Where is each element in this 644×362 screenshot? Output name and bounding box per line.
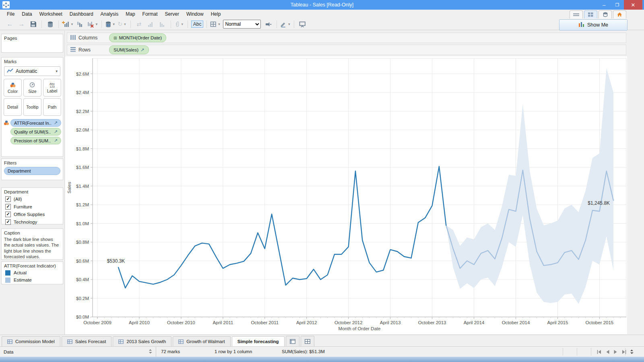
next-page-button[interactable] xyxy=(614,350,617,354)
filter-pill-department[interactable]: Department xyxy=(4,167,60,175)
tooltip-button[interactable]: Tooltip xyxy=(23,98,41,116)
menu-map[interactable]: Map xyxy=(122,10,138,19)
path-button[interactable]: Path xyxy=(43,98,61,116)
tab-simple-forecasting[interactable]: Simple forecasting xyxy=(232,336,285,346)
fit-selector[interactable]: Normal xyxy=(223,20,261,29)
size-button[interactable]: Size xyxy=(23,79,41,97)
redo-button[interactable]: → xyxy=(16,19,27,29)
previous-page-button[interactable] xyxy=(606,350,609,354)
tab-sales-forecast[interactable]: Sales Forecast xyxy=(62,336,112,346)
presentation-mode-button[interactable] xyxy=(297,19,308,29)
toolbar-separator xyxy=(277,21,277,28)
x-tick-label: April 2014 xyxy=(464,320,485,325)
menu-bar: FileDataWorksheetDashboardAnalysisMapFor… xyxy=(0,10,644,19)
columns-pill-month-order-date[interactable]: ⊞MONTH(Order Date) xyxy=(109,33,166,42)
mark-type-dropdown[interactable]: Automatic ▾ xyxy=(4,66,60,76)
y-tick-label: $1.8M xyxy=(76,146,89,151)
swap-rows-columns-button[interactable]: ⇄ xyxy=(133,19,145,29)
undo-button[interactable]: ← xyxy=(4,19,16,29)
expand-icon[interactable]: ⊞ xyxy=(114,36,117,40)
y-axis-title: Sales xyxy=(67,182,72,193)
restore-button[interactable]: ❐ xyxy=(611,0,624,10)
resize-splitter-icon[interactable] xyxy=(630,348,634,358)
run-update-button[interactable]: ↻▼ xyxy=(116,19,128,29)
layout-summary: 1 row by 1 column xyxy=(215,347,252,357)
new-data-source-button[interactable] xyxy=(44,19,56,29)
group-members-button[interactable]: ▼ xyxy=(173,19,185,29)
checkbox-icon[interactable]: ✓ xyxy=(5,212,11,217)
menu-analysis[interactable]: Analysis xyxy=(97,10,122,19)
swap-icon: ⇄ xyxy=(136,21,141,27)
menu-window[interactable]: Window xyxy=(183,10,207,19)
continuous-field-arrow-icon: ↗ xyxy=(52,120,58,125)
label-button[interactable]: Abc123Label xyxy=(43,79,61,97)
tab-2013-sales-growth[interactable]: 2013 Sales Growth xyxy=(113,336,171,346)
marks-pill-0[interactable]: ATTR(Forecast In..↗ xyxy=(10,119,61,127)
y-tick-label: $1.6M xyxy=(76,165,89,170)
close-button[interactable]: ✕ xyxy=(624,0,642,10)
menu-format[interactable]: Format xyxy=(139,10,161,19)
duplicate-sheet-button[interactable] xyxy=(74,19,86,29)
fit-button[interactable]: ▼ xyxy=(209,19,221,29)
menu-dashboard[interactable]: Dashboard xyxy=(66,10,97,19)
tab-commission-model[interactable]: Commission Model xyxy=(2,336,60,346)
show-mark-labels-button[interactable]: Abc xyxy=(190,19,204,29)
toolbar-separator xyxy=(171,21,171,28)
worksheet-icon xyxy=(118,339,124,344)
tab-growth-of-walmart[interactable]: Growth of Walmart xyxy=(173,336,230,346)
color-button[interactable]: Color xyxy=(4,79,22,97)
first-page-button[interactable] xyxy=(597,350,601,354)
color-dots-icon xyxy=(3,120,9,125)
last-page-button[interactable] xyxy=(622,350,626,354)
show-filmstrip-button[interactable] xyxy=(286,336,299,346)
data-source-page-button[interactable] xyxy=(599,10,612,19)
marks-pill-2[interactable]: Precision of SUM..↗ xyxy=(10,137,61,144)
marks-pill-1[interactable]: Quality of SUM(S..↗ xyxy=(10,128,61,136)
show-sheet-sorter-button[interactable] xyxy=(301,336,314,346)
pause-auto-updates-button[interactable]: ▼ xyxy=(104,19,116,29)
chevron-down-icon: ▼ xyxy=(217,23,221,26)
show-cards-toggle[interactable] xyxy=(570,10,583,19)
aggregate-summary: SUM(Sales): $51.3M xyxy=(282,347,325,357)
menu-worksheet[interactable]: Worksheet xyxy=(36,10,66,19)
filter-option-officesupplies[interactable]: ✓Office Supplies xyxy=(2,210,63,218)
checkbox-icon[interactable]: ✓ xyxy=(5,219,11,225)
menu-file[interactable]: File xyxy=(3,10,18,19)
mark-label: $530.3K xyxy=(107,258,125,264)
minimize-button[interactable]: – xyxy=(597,0,611,10)
checkbox-icon[interactable]: ✓ xyxy=(5,204,11,210)
worksheet-icon xyxy=(67,339,72,344)
sort-descending-button[interactable] xyxy=(157,19,168,29)
start-page-button[interactable] xyxy=(613,10,626,19)
fix-axes-button[interactable] xyxy=(262,19,274,29)
rows-shelf[interactable]: Rows SUM(Sales)↗ xyxy=(67,45,626,55)
highlight-button[interactable]: ▼ xyxy=(279,19,291,29)
rows-pill-sum-sales[interactable]: SUM(Sales)↗ xyxy=(109,45,149,54)
data-pane-toggle[interactable]: Data xyxy=(0,347,156,357)
worksheet-view[interactable]: $0.0M$0.2M$0.4M$0.6M$0.8M$1.0M$1.2M$1.4M… xyxy=(65,56,627,334)
filter-option-technology[interactable]: ✓Technology xyxy=(2,218,63,226)
legend-item-actual[interactable]: Actual xyxy=(2,269,63,276)
undo-icon: ← xyxy=(7,21,13,28)
detail-button[interactable]: Detail xyxy=(4,98,22,116)
pages-shelf[interactable]: Pages xyxy=(1,34,63,53)
size-icon xyxy=(29,82,35,88)
checkbox-icon[interactable]: ✓ xyxy=(5,196,11,202)
menu-help[interactable]: Help xyxy=(207,10,225,19)
menu-server[interactable]: Server xyxy=(161,10,183,19)
clear-sheet-button[interactable]: ▼ xyxy=(86,19,99,29)
save-button[interactable] xyxy=(27,19,39,29)
show-me-button[interactable]: Show Me xyxy=(559,19,627,31)
present-icon xyxy=(299,21,306,27)
new-worksheet-button[interactable]: ▼ xyxy=(61,19,74,29)
legend-item-estimate[interactable]: Estimate xyxy=(2,276,63,284)
menu-data[interactable]: Data xyxy=(18,10,35,19)
filter-option-all[interactable]: ✓(All) xyxy=(2,195,63,203)
filters-shelf: Filters Department xyxy=(1,158,63,180)
filter-option-furniture[interactable]: ✓Furniture xyxy=(2,203,63,210)
columns-shelf[interactable]: Columns ⊞MONTH(Order Date) xyxy=(67,33,626,43)
sales-forecast-line-chart[interactable]: $0.0M$0.2M$0.4M$0.6M$0.8M$1.0M$1.2M$1.4M… xyxy=(65,56,627,334)
show-panes-toggle[interactable] xyxy=(584,10,597,19)
sort-ascending-button[interactable] xyxy=(145,19,157,29)
y-tick-label: $2.4M xyxy=(76,90,89,95)
